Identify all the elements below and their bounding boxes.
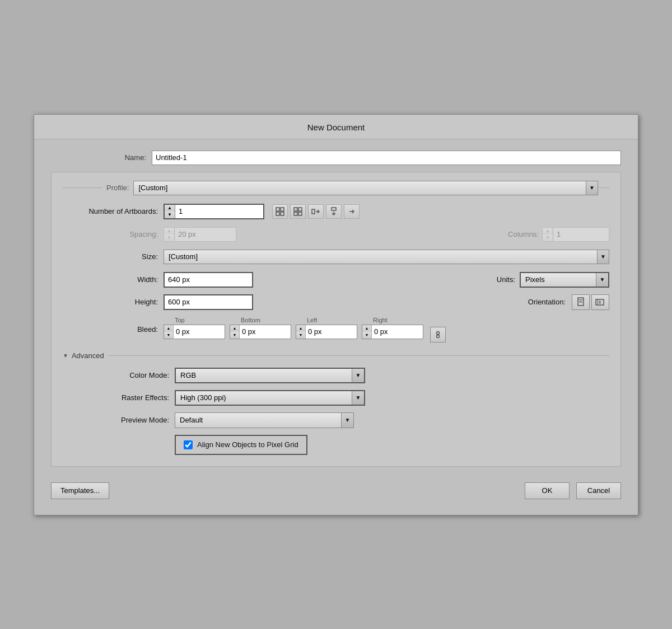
units-section: Units: Pixels Inches Centimeters Millime…	[497, 272, 609, 288]
bleed-link-icon	[433, 330, 442, 339]
units-label: Units:	[497, 275, 515, 284]
raster-effects-select[interactable]: Screen (72 ppi) Medium (150 ppi) High (3…	[176, 391, 364, 405]
color-mode-row: Color Mode: RGB CMYK ▼	[63, 368, 609, 383]
bleed-right-increment-btn[interactable]: ▲	[362, 325, 371, 332]
bleed-fields-group: Top ▲ ▼ Bottom	[164, 317, 609, 342]
svg-point-19	[437, 335, 440, 337]
svg-rect-6	[294, 212, 297, 215]
spacing-decrement-btn[interactable]: ▼	[164, 234, 174, 241]
height-input[interactable]	[165, 297, 265, 307]
bleed-top-spinner-btns: ▲ ▼	[164, 325, 174, 339]
raster-effects-label: Raster Effects:	[63, 393, 175, 402]
bleed-link-btn[interactable]	[430, 327, 446, 342]
bleed-right-input[interactable]	[372, 326, 470, 337]
advanced-title: Advanced	[72, 351, 104, 360]
advanced-header[interactable]: ▼ Advanced	[63, 351, 609, 360]
columns-increment-btn[interactable]: ▲	[543, 228, 553, 234]
spacing-value-input[interactable]	[175, 229, 276, 240]
bleed-right-spinner-btns: ▲ ▼	[362, 325, 372, 339]
grid-layout-icon	[276, 207, 284, 216]
bleed-left-field: Left ▲ ▼	[296, 317, 357, 339]
bleed-top-increment-btn[interactable]: ▲	[164, 325, 173, 332]
dialog-body: Name: Profile: [Custom] Print Web Mobile…	[34, 139, 638, 472]
inner-panel: Profile: [Custom] Print Web Mobile ▼ Num…	[51, 172, 621, 467]
svg-rect-10	[578, 298, 584, 306]
grid-layout-icon-btn[interactable]	[272, 204, 288, 219]
align-checkbox-label: Align New Objects to Pixel Grid	[197, 440, 298, 449]
columns-spinner: ▲ ▼	[542, 227, 609, 242]
height-row: Height: Orientation:	[63, 294, 609, 310]
units-select[interactable]: Pixels Inches Centimeters Millimeters Po…	[521, 273, 608, 287]
svg-rect-7	[298, 212, 302, 215]
grid-layout2-icon	[293, 207, 302, 216]
bleed-top-input-wrap: ▲ ▼	[164, 325, 225, 339]
arrange-down-icon-btn[interactable]	[326, 204, 342, 219]
columns-value-input[interactable]	[553, 229, 654, 240]
artboards-label: Number of Artboards:	[63, 207, 164, 215]
height-label: Height:	[63, 298, 164, 306]
svg-rect-1	[281, 208, 284, 211]
arrange-right-icon-btn[interactable]	[308, 204, 324, 219]
bleed-left-label: Left	[307, 317, 317, 323]
columns-decrement-btn[interactable]: ▼	[543, 234, 553, 241]
artboards-spinner: ▲ ▼	[164, 204, 264, 219]
bleed-bottom-field: Bottom ▲ ▼	[230, 317, 291, 339]
name-row: Name:	[51, 151, 621, 165]
artboards-value-input[interactable]	[175, 206, 276, 217]
width-input-wrapper	[164, 272, 253, 288]
svg-rect-14	[596, 299, 604, 305]
columns-section: Columns: ▲ ▼	[508, 227, 609, 242]
size-select[interactable]: [Custom] Letter A4	[164, 250, 609, 264]
spacing-increment-btn[interactable]: ▲	[164, 228, 174, 234]
bleed-right-decrement-btn[interactable]: ▼	[362, 332, 371, 339]
profile-select-wrapper: [Custom] Print Web Mobile ▼	[133, 181, 598, 195]
bleed-bottom-decrement-btn[interactable]: ▼	[230, 332, 239, 339]
height-input-wrapper	[164, 294, 253, 310]
portrait-orientation-btn[interactable]	[572, 294, 590, 310]
units-select-wrapper: Pixels Inches Centimeters Millimeters Po…	[520, 272, 609, 288]
artboards-decrement-btn[interactable]: ▼	[165, 212, 175, 218]
arrange-right-icon	[311, 207, 320, 216]
templates-button[interactable]: Templates...	[51, 482, 109, 499]
bleed-top-decrement-btn[interactable]: ▼	[164, 332, 173, 339]
portrait-icon	[576, 297, 586, 307]
bleed-row: Bleed: Top ▲ ▼	[63, 317, 609, 342]
spacing-label: Spacing:	[63, 230, 164, 238]
name-input[interactable]	[152, 151, 621, 165]
svg-point-18	[437, 331, 440, 334]
bleed-bottom-label: Bottom	[241, 317, 260, 323]
arrow-right-icon-btn[interactable]	[344, 204, 360, 219]
profile-line-right	[598, 187, 609, 188]
color-mode-select[interactable]: RGB CMYK	[176, 369, 364, 382]
ok-button[interactable]: OK	[525, 482, 570, 499]
spacing-spinner: ▲ ▼	[164, 227, 236, 242]
width-input[interactable]	[165, 274, 265, 285]
bleed-bottom-increment-btn[interactable]: ▲	[230, 325, 239, 332]
spacing-row: Spacing: ▲ ▼ Columns: ▲ ▼	[63, 227, 609, 242]
raster-effects-row: Raster Effects: Screen (72 ppi) Medium (…	[63, 390, 609, 406]
cancel-button[interactable]: Cancel	[576, 482, 621, 499]
bleed-left-decrement-btn[interactable]: ▼	[296, 332, 305, 339]
artboards-increment-btn[interactable]: ▲	[165, 205, 175, 212]
grid-layout2-icon-btn[interactable]	[290, 204, 306, 219]
profile-select[interactable]: [Custom] Print Web Mobile	[133, 181, 598, 195]
orientation-section: Orientation:	[528, 294, 609, 310]
artboards-spinner-buttons: ▲ ▼	[165, 205, 175, 218]
bleed-left-increment-btn[interactable]: ▲	[296, 325, 305, 332]
width-label: Width:	[63, 275, 164, 284]
preview-mode-label: Preview Mode:	[63, 416, 175, 424]
svg-rect-0	[276, 208, 279, 211]
align-checkbox[interactable]	[184, 440, 193, 449]
bleed-left-input-wrap: ▲ ▼	[296, 325, 357, 339]
size-select-wrapper: [Custom] Letter A4 ▼	[164, 250, 609, 264]
preview-mode-select[interactable]: Default Pixel Overprint	[175, 413, 353, 428]
bleed-top-field: Top ▲ ▼	[164, 317, 225, 339]
svg-rect-3	[281, 212, 284, 215]
bleed-bottom-spinner-btns: ▲ ▼	[230, 325, 240, 339]
preview-mode-select-wrapper: Default Pixel Overprint ▼	[175, 412, 354, 428]
landscape-orientation-btn[interactable]	[591, 294, 609, 310]
width-row: Width: Units: Pixels Inches Centimeters …	[63, 272, 609, 288]
columns-label: Columns:	[508, 230, 539, 238]
bleed-label: Bleed:	[63, 325, 164, 334]
advanced-triangle-icon: ▼	[63, 353, 68, 359]
